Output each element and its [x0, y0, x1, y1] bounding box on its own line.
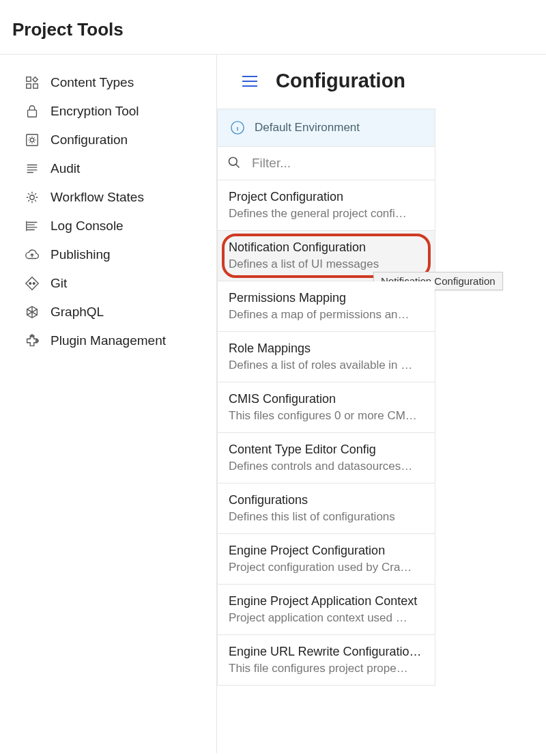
svg-rect-0 [27, 77, 31, 81]
search-icon [227, 156, 242, 171]
graphql-icon [25, 305, 40, 320]
config-item[interactable]: Engine Project Application ContextProjec… [218, 585, 435, 635]
git-diamond-icon [25, 276, 40, 291]
sidebar-item-graphql[interactable]: GraphQL [25, 298, 205, 326]
filter-input[interactable] [250, 155, 425, 171]
config-item-title: Notification Configuration [229, 240, 424, 255]
sidebar-item-publishing[interactable]: Publishing [25, 240, 205, 269]
cloud-upload-icon [25, 247, 40, 262]
config-item[interactable]: Project ConfigurationDefines the general… [218, 180, 435, 231]
svg-rect-2 [27, 84, 31, 88]
gear-icon [25, 190, 40, 205]
svg-point-6 [30, 195, 34, 199]
sidebar-item-label: Plugin Management [51, 333, 166, 348]
config-item-desc: This file configures project prope… [229, 662, 424, 675]
svg-rect-1 [33, 84, 38, 88]
config-item-title: Role Mappings [229, 341, 424, 356]
config-item-title: Content Type Editor Config [229, 443, 424, 457]
main-panel: Configuration Default Environment Projec… [217, 55, 546, 753]
main-title: Configuration [276, 70, 405, 92]
page-title: Project Tools [12, 19, 546, 40]
body: Content Types Encryption Tool Configurat… [0, 55, 546, 753]
config-item[interactable]: ConfigurationsDefines this list of confi… [218, 484, 435, 534]
config-item[interactable]: CMIS ConfigurationThis files configures … [218, 382, 435, 433]
sidebar-item-label: Git [51, 276, 67, 291]
config-item-title: CMIS Configuration [229, 392, 424, 406]
svg-point-12 [229, 158, 238, 166]
config-item-title: Engine URL Rewrite Configuratio… [229, 645, 424, 659]
config-item[interactable]: Notification ConfigurationDefines a list… [218, 231, 435, 281]
config-item-title: Configurations [229, 493, 424, 507]
config-item-desc: This files configures 0 or more CM… [229, 409, 424, 423]
sidebar-item-workflow[interactable]: Workflow States [25, 183, 205, 212]
environment-row[interactable]: Default Environment [218, 109, 435, 147]
content-types-icon [25, 75, 40, 90]
sidebar-item-label: GraphQL [51, 305, 104, 320]
environment-label: Default Environment [255, 121, 360, 135]
sidebar-item-label: Content Types [51, 75, 134, 90]
sidebar: Content Types Encryption Tool Configurat… [0, 55, 217, 753]
sidebar-item-label: Configuration [51, 132, 128, 148]
sidebar-item-git[interactable]: Git [25, 269, 205, 298]
log-icon [25, 219, 40, 234]
sidebar-item-label: Workflow States [51, 190, 144, 205]
gear-box-icon [25, 132, 40, 148]
menu-icon[interactable] [240, 72, 259, 91]
config-item-desc: Defines a list of roles available in … [229, 359, 424, 372]
config-item[interactable]: Engine URL Rewrite Configuratio…This fil… [218, 635, 435, 686]
sidebar-item-encryption[interactable]: Encryption Tool [25, 97, 205, 126]
info-icon [230, 120, 245, 135]
svg-rect-3 [28, 110, 37, 117]
svg-point-7 [29, 283, 31, 285]
config-item-title: Permissions Mapping [229, 291, 424, 305]
sidebar-item-content-types[interactable]: Content Types [25, 68, 205, 97]
config-item-desc: Defines the general project confi… [229, 207, 424, 221]
config-list: Default Environment Project Configuratio… [217, 109, 435, 686]
svg-point-8 [33, 283, 35, 285]
extension-icon [25, 333, 40, 348]
sidebar-item-label: Encryption Tool [51, 104, 139, 119]
config-item-title: Engine Project Application Context [229, 594, 424, 608]
config-item-title: Project Configuration [229, 190, 424, 204]
sidebar-item-plugins[interactable]: Plugin Management [25, 326, 205, 355]
sidebar-item-label: Audit [51, 161, 80, 176]
sidebar-item-label: Log Console [51, 219, 124, 234]
config-item[interactable]: Role MappingsDefines a list of roles ava… [218, 332, 435, 382]
config-item-desc: Project configuration used by Cra… [229, 561, 424, 574]
filter-row [218, 147, 435, 180]
sidebar-item-label: Publishing [51, 247, 111, 262]
config-item[interactable]: Permissions MappingDefines a map of perm… [218, 281, 435, 332]
lock-icon [25, 104, 40, 119]
config-item[interactable]: Content Type Editor ConfigDefines contro… [218, 433, 435, 484]
config-item-desc: Defines controls and datasources… [229, 460, 424, 473]
svg-rect-4 [27, 135, 38, 146]
sidebar-item-audit[interactable]: Audit [25, 154, 205, 183]
main-header: Configuration [217, 55, 546, 109]
config-item[interactable]: Engine Project ConfigurationProject conf… [218, 534, 435, 585]
sidebar-item-configuration[interactable]: Configuration [25, 126, 205, 154]
app-header: Project Tools [0, 0, 546, 55]
svg-point-5 [30, 138, 34, 142]
sidebar-item-log[interactable]: Log Console [25, 212, 205, 240]
config-item-desc: Project application context used … [229, 611, 424, 625]
config-item-desc: Defines this list of configurations [229, 510, 424, 524]
config-item-title: Engine Project Configuration [229, 544, 424, 558]
config-item-desc: Defines a list of UI messages [229, 257, 424, 271]
list-icon [25, 161, 40, 176]
config-item-desc: Defines a map of permissions an… [229, 308, 424, 322]
